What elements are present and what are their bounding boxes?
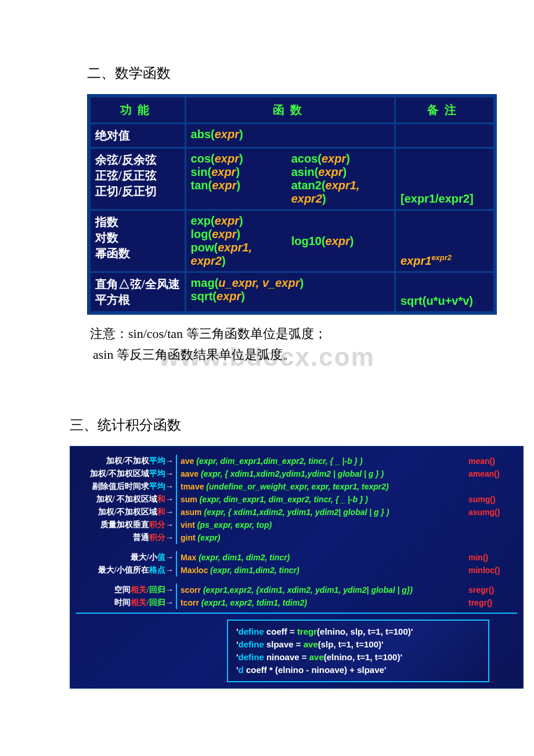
- stats-row-alias: asumg(): [466, 506, 517, 519]
- table-row: 绝对值 abs(expr): [90, 124, 495, 148]
- stats-row-alias: min(): [466, 551, 517, 564]
- stats-row-label: 加权/ 不加权区域和→: [76, 493, 177, 506]
- stats-row: 加权/不加权区域和→asum (expr, { xdim1,xdim2, ydi…: [76, 506, 517, 519]
- stats-row-label: 最大/小值→: [76, 551, 177, 564]
- cell-log10: log10(expr): [287, 210, 395, 272]
- cell-mag-sqrt: mag(u_expr, v_expr) sqrt(expr): [185, 272, 395, 312]
- note-line-1: 注意：sin/cos/tan 等三角函数单位是弧度；: [90, 325, 482, 343]
- stats-row-alias: mean(): [466, 455, 517, 467]
- stats-row-func: Max (expr, dim1, dim2, tincr): [181, 551, 466, 564]
- section2-heading: 二、数学函数: [87, 64, 482, 82]
- row-label-magsqrt: 直角△弦/全风速 平方根: [90, 272, 186, 312]
- stats-row: 普通积分→gint (expr): [76, 531, 517, 544]
- stats-row: 时间相关/回归→tcorr (expr1, expr2, tdim1, tdim…: [76, 596, 517, 609]
- note-line-2: asin 等反三角函数结果单位是弧度。: [93, 346, 482, 363]
- stats-group-2: 最大/小值→Max (expr, dim1, dim2, tincr)min()…: [76, 551, 517, 577]
- math-functions-table: 功能 函数 备注 绝对值 abs(expr) 余弦/反余弦 正弦/反正弦 正切/…: [87, 94, 497, 315]
- table-row: 余弦/反余弦 正弦/反正弦 正切/反正切 cos(expr) sin(expr)…: [90, 148, 495, 210]
- example-code-line: 'define slpave = ave(slp, t=1, t=100)': [236, 638, 480, 651]
- table-row: 指数 对数 幂函数 exp(expr) log(expr) pow(expr1,…: [90, 210, 495, 272]
- stats-row-alias: minloc(): [466, 564, 517, 577]
- cell-abs: abs(expr): [185, 124, 395, 148]
- example-code-box: 'define coeff = tregr(elnino, slp, t=1, …: [227, 620, 489, 682]
- stats-row-label: 最大/小值所在格点→: [76, 564, 177, 577]
- stats-row: 加权/不加权平均→ave (expr, dim_expr1,dim_expr2,…: [76, 455, 517, 467]
- stats-row: 加权/不加权区域平均→aave (expr, { xdim1,xdim2,ydi…: [76, 467, 517, 480]
- stats-divider: [76, 613, 517, 614]
- cell-abs-note: [395, 124, 495, 148]
- stats-row-label: 普通积分→: [76, 531, 177, 544]
- stats-row-func: Maxloc (expr, dim1,dim2, tincr): [181, 564, 466, 577]
- row-label-explog: 指数 对数 幂函数: [90, 210, 186, 272]
- table1-header-note: 备注: [395, 97, 495, 124]
- example-code-line: 'define coeff = tregr(elnino, slp, t=1, …: [236, 625, 480, 638]
- section3-heading: 三、统计积分函数: [70, 416, 482, 434]
- stats-row: 加权/ 不加权区域和→sum (expr, dim_expr1, dim_exp…: [76, 493, 517, 506]
- stats-row-label: 加权/不加权区域和→: [76, 506, 177, 519]
- cell-trig-note: [expr1/expr2]: [395, 148, 495, 210]
- cell-pow-note: expr1expr2: [395, 210, 495, 272]
- stats-row-label: 剔除值后时间求平均→: [76, 480, 177, 493]
- stats-row-func: gint (expr): [181, 531, 466, 544]
- stats-row-func: vint (ps_expr, expr, top): [181, 519, 466, 531]
- stats-row-func: ave (expr, dim_expr1,dim_expr2, tincr, {…: [181, 455, 466, 467]
- stats-row-func: tmave (undefine_or_weight_expr, expr, te…: [181, 480, 466, 493]
- stats-row-label: 质量加权垂直积分→: [76, 519, 177, 531]
- stats-row: 空间相关/回归→scorr (expr1,expr2, {xdim1, xdim…: [76, 584, 517, 596]
- stats-row-func: tcorr (expr1, expr2, tdim1, tdim2): [181, 596, 466, 609]
- stats-row-alias: sregr(): [466, 584, 517, 596]
- stats-row: 最大/小值→Max (expr, dim1, dim2, tincr)min(): [76, 551, 517, 564]
- cell-cos-sin-tan: cos(expr) sin(expr) tan(expr): [185, 148, 287, 210]
- stats-row-label: 时间相关/回归→: [76, 596, 177, 609]
- stats-row-func: sum (expr, dim_expr1, dim_expr2, tincr, …: [181, 493, 466, 506]
- row-label-abs: 绝对值: [90, 124, 186, 148]
- cell-mag-note: sqrt(u*u+v*v): [395, 272, 495, 312]
- example-code-line: 'd coeff * (elnino - ninoave) + slpave': [236, 664, 480, 676]
- stats-row-label: 加权/不加权平均→: [76, 455, 177, 467]
- table-row: 直角△弦/全风速 平方根 mag(u_expr, v_expr) sqrt(ex…: [90, 272, 495, 312]
- stats-row: 剔除值后时间求平均→tmave (undefine_or_weight_expr…: [76, 480, 517, 493]
- stats-row: 最大/小值所在格点→Maxloc (expr, dim1,dim2, tincr…: [76, 564, 517, 577]
- table1-header-func-label: 功能: [90, 97, 186, 124]
- cell-acos-asin-atan2: acos(expr) asin(expr) atan2(expr1, expr2…: [287, 148, 395, 210]
- stats-group-3: 空间相关/回归→scorr (expr1,expr2, {xdim1, xdim…: [76, 584, 517, 609]
- stats-row-alias: sumg(): [466, 493, 517, 506]
- stats-row-alias: amean(): [466, 467, 517, 480]
- stats-row: 质量加权垂直积分→vint (ps_expr, expr, top): [76, 519, 517, 531]
- stats-row-func: asum (expr, { xdim1,xdim2, ydim1, ydim2|…: [181, 506, 466, 519]
- cell-exp-log-pow: exp(expr) log(expr) pow(expr1, expr2): [185, 210, 287, 272]
- table1-header-func: 函数: [185, 97, 395, 124]
- stats-row-label: 加权/不加权区域平均→: [76, 467, 177, 480]
- example-code-line: 'define ninoave = ave(elnino, t=1, t=100…: [236, 651, 480, 664]
- stats-group-1: 加权/不加权平均→ave (expr, dim_expr1,dim_expr2,…: [76, 455, 517, 544]
- stats-functions-panel: 加权/不加权平均→ave (expr, dim_expr1,dim_expr2,…: [70, 446, 524, 689]
- stats-row-func: aave (expr, { xdim1,xdim2,ydim1,ydim2 | …: [181, 467, 466, 480]
- stats-row-label: 空间相关/回归→: [76, 584, 177, 596]
- stats-row-alias: tregr(): [466, 596, 517, 609]
- row-label-trig: 余弦/反余弦 正弦/反正弦 正切/反正切: [90, 148, 186, 210]
- stats-row-func: scorr (expr1,expr2, {xdim1, xdim2, ydim1…: [181, 584, 466, 596]
